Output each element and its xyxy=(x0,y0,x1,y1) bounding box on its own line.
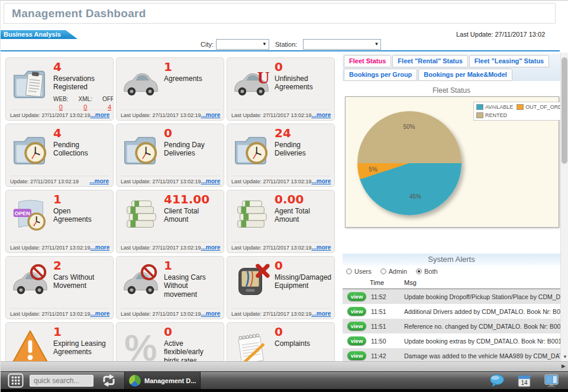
card-value: 1 xyxy=(53,193,110,206)
horizontal-scrollbar[interactable]: ▶ xyxy=(1,361,568,371)
more-link[interactable]: ...more xyxy=(89,178,109,184)
card-value: 2 xyxy=(53,259,110,272)
more-link[interactable]: ...more xyxy=(311,112,331,118)
monitor-icon[interactable] xyxy=(544,374,559,388)
svg-text:OPEN: OPEN xyxy=(15,210,30,216)
legend-item: AVAILABLE xyxy=(476,104,513,110)
card-label: Cars Without Movement xyxy=(53,273,110,290)
more-link[interactable]: ...more xyxy=(90,310,109,317)
more-link[interactable]: ...more xyxy=(311,244,331,251)
vertical-scrollbar[interactable]: ▼ xyxy=(560,53,568,361)
card-last-update: Last Update: 27/11/2017 13:02:19 xyxy=(231,112,311,118)
agreements-car-icon xyxy=(120,63,162,104)
chevron-down-icon: ▼ xyxy=(262,42,267,47)
scroll-down-icon[interactable]: ▼ xyxy=(563,355,567,359)
money-stack-icon xyxy=(120,195,162,237)
more-link[interactable]: ...more xyxy=(90,112,109,118)
complaints-notepad-icon xyxy=(230,328,273,361)
card-stats: WEB:0XML:0OFF.:4 xyxy=(53,96,110,111)
pending-folder-clock-icon xyxy=(230,129,273,170)
pie-slice-label: 50% xyxy=(403,124,415,130)
alert-time: 11:42 xyxy=(371,352,404,359)
card-last-update: Last Update: 27/11/2017 13:02:19 xyxy=(121,179,201,184)
dashboard-card: 1 Expiring Leasing Agreements xyxy=(5,322,114,361)
card-last-update: Last Update: 27/11/2017 13:02:19 xyxy=(231,179,311,184)
card-label: Complaints xyxy=(275,339,331,348)
calendar-icon[interactable]: 14 xyxy=(517,374,532,388)
scroll-right-icon[interactable]: ▶ xyxy=(561,364,566,369)
card-label: Agreements xyxy=(164,74,221,83)
tab-bookings-per-group[interactable]: Bookings per Group xyxy=(344,69,417,81)
card-label: Unfinished Agreements xyxy=(275,74,331,92)
chevron-down-icon: ▼ xyxy=(374,42,379,47)
card-value: 1 xyxy=(164,60,221,73)
taskbar-app-button[interactable]: Management D... xyxy=(124,372,201,390)
more-link[interactable]: ...more xyxy=(201,244,220,251)
fleet-tabs: Fleet StatusFleet "Rental" StatusFleet "… xyxy=(343,54,560,81)
sync-icon[interactable] xyxy=(101,373,117,388)
alerts-table-header: Time Msg xyxy=(343,277,560,289)
quick-search-input[interactable] xyxy=(30,375,93,387)
alert-row: view11:52Update booking Dropoff/Pickup S… xyxy=(343,289,560,304)
dashboard-card: 0 Missing/Damaged Equipment Last Update:… xyxy=(227,256,335,319)
more-link[interactable]: ...more xyxy=(311,178,331,184)
dashboard-app-icon xyxy=(129,375,141,387)
dashboard-card: 0 Pending Day Deliveries Last Update: 27… xyxy=(116,124,224,187)
alerts-table-body: view11:52Update booking Dropoff/Pickup S… xyxy=(343,289,560,361)
card-last-update: Last Update: 27/11/2017 13:02:19 xyxy=(121,245,201,251)
more-link[interactable]: ...more xyxy=(201,178,220,184)
city-select[interactable]: ▼ xyxy=(216,39,269,50)
radio-admin[interactable]: Admin xyxy=(380,268,407,275)
card-label: Open Agreements xyxy=(53,207,110,224)
pie-slice-label: 5% xyxy=(369,166,377,173)
chat-bubble-icon[interactable] xyxy=(489,374,505,388)
tab-fleet-rental-status[interactable]: Fleet "Rental" Status xyxy=(392,55,467,67)
pending-folder-clock-icon xyxy=(9,129,51,170)
pending-folder-clock-icon xyxy=(120,129,162,170)
card-last-update: Last Update: 27/11/2017 13:02:19 xyxy=(10,311,90,317)
taskbar: Management D... 14 xyxy=(1,371,568,389)
apps-grid-icon[interactable] xyxy=(8,373,24,388)
view-button[interactable]: view xyxy=(347,336,366,345)
more-link[interactable]: ...more xyxy=(311,310,331,317)
dashboard-card: U 0 Unfinished Agreements Last Update: 2… xyxy=(227,57,335,121)
station-select[interactable]: ▼ xyxy=(303,39,381,50)
dashboard-card: 1 Leasing Cars Without movement Last Upd… xyxy=(116,256,224,319)
card-value: 1 xyxy=(164,259,221,272)
card-value: 0 xyxy=(164,127,221,140)
card-value: 0 xyxy=(275,60,331,73)
legend-swatch xyxy=(476,104,483,110)
unfinished-agreements-car-icon: U xyxy=(230,63,273,104)
vertical-scrollbar-thumb[interactable] xyxy=(561,57,567,164)
view-button[interactable]: view xyxy=(347,322,366,331)
content-divider xyxy=(1,50,560,51)
more-link[interactable]: ...more xyxy=(201,310,220,317)
fleet-status-chart: 45%5%50% AVAILABLEOUT_OF_ORDERRENTED xyxy=(345,96,559,228)
taskbar-bottom-strip xyxy=(1,389,568,392)
more-link[interactable]: ...more xyxy=(90,244,109,251)
pie-chart: 45%5%50% xyxy=(357,111,462,215)
alert-message: Update booking extras by CDM_DATALO. Boo… xyxy=(404,338,560,345)
dashboard-card: 24 Pending Deliveries Last Update: 27/11… xyxy=(227,124,335,187)
card-label: Agent Total Amount xyxy=(275,207,331,224)
tab-bookings-per-make-model[interactable]: Bookings per Make&Model xyxy=(418,69,512,81)
view-button[interactable]: view xyxy=(347,351,366,360)
view-button[interactable]: view xyxy=(347,292,366,301)
alert-message: Reference no. changed by CDM_DATALO. Boo… xyxy=(404,323,560,330)
tab-fleet-leasing-status[interactable]: Fleet "Leasing" Status xyxy=(469,55,549,67)
card-value: 411.00 xyxy=(164,193,221,206)
dashboard-card: 1 Agreements Last Update: 27/11/2017 13:… xyxy=(116,57,224,121)
alert-time: 11:50 xyxy=(371,338,404,345)
legend-item: RENTED xyxy=(476,112,513,118)
view-button[interactable]: view xyxy=(347,307,366,316)
last-update-global: Last Update: 27/11/2017 13:02 xyxy=(456,31,545,38)
business-analysis-ribbon: Business Analysis xyxy=(1,30,78,39)
card-last-update: Last Update: 27/11/2017 13:02:19 xyxy=(231,245,311,251)
radio-users[interactable]: Users xyxy=(346,268,372,275)
more-link[interactable]: ...more xyxy=(201,112,220,118)
card-last-update: Last Update: 27/11/2017 13:02:19 xyxy=(121,311,201,317)
alert-row: view11:51Additional Drivers added by CDM… xyxy=(343,304,560,319)
radio-both[interactable]: Both xyxy=(416,268,438,275)
tab-fleet-status[interactable]: Fleet Status xyxy=(344,55,391,67)
legend-swatch xyxy=(476,112,483,118)
